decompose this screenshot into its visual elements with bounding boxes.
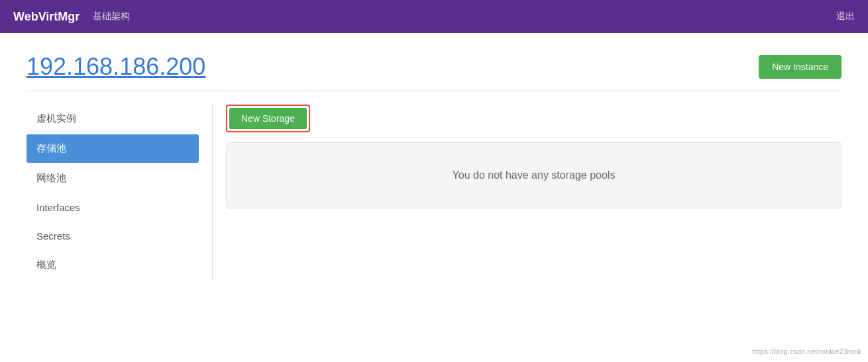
sidebar-item-storage-pools[interactable]: 存储池 [27, 134, 199, 163]
sidebar-item-secrets[interactable]: Secrets [27, 222, 199, 249]
navbar-brand[interactable]: WebVirtMgr [13, 10, 80, 24]
sidebar-item-overview[interactable]: 概览 [27, 251, 199, 279]
right-content: New Storage You do not have any storage … [212, 105, 841, 281]
new-storage-button[interactable]: New Storage [229, 108, 307, 129]
navbar: WebVirtMgr 基础架构 退出 [0, 0, 868, 33]
page-header: 192.168.186.200 New Instance [27, 53, 841, 91]
sidebar: 虚机实例 存储池 网络池 Interfaces Secrets 概览 [27, 105, 212, 281]
page-title[interactable]: 192.168.186.200 [27, 53, 205, 81]
sidebar-item-interfaces[interactable]: Interfaces [27, 194, 199, 221]
new-instance-button[interactable]: New Instance [759, 55, 841, 79]
content-header: New Storage [226, 105, 841, 132]
footer-watermark: https://blog.csdn.net/rookie23rook [752, 347, 861, 355]
sidebar-item-vm-instances[interactable]: 虚机实例 [27, 105, 199, 133]
sidebar-item-network-pools[interactable]: 网络池 [27, 164, 199, 193]
navbar-nav-link[interactable]: 基础架构 [93, 11, 130, 23]
new-storage-button-wrapper: New Storage [226, 105, 310, 132]
navbar-logout[interactable]: 退出 [836, 11, 855, 23]
main-content: 192.168.186.200 New Instance 虚机实例 存储池 网络… [0, 33, 868, 300]
navbar-left: WebVirtMgr 基础架构 [13, 10, 130, 24]
empty-storage-message: You do not have any storage pools [453, 169, 616, 181]
empty-storage-panel: You do not have any storage pools [226, 142, 841, 208]
layout: 虚机实例 存储池 网络池 Interfaces Secrets 概览 New S… [27, 105, 841, 281]
